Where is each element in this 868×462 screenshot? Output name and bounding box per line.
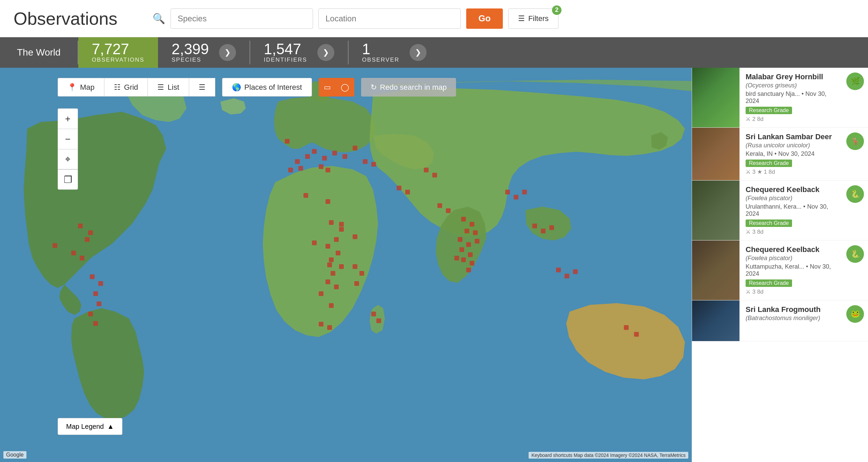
grid-icon: ☷ (114, 83, 121, 92)
poi-label: Places of Interest (244, 83, 302, 92)
fullscreen-button[interactable]: ❐ (58, 169, 78, 190)
list-tab-button[interactable]: ☰ List (147, 78, 189, 97)
observation-scientific: (Batrachostomus moniliger) (746, 315, 836, 322)
grid-tab-button[interactable]: ☷ Grid (104, 78, 148, 97)
observation-item[interactable]: Malabar Grey Hornbill (Ocyceros griseus)… (692, 68, 868, 128)
observation-info: Chequered Keelback (Fowlea piscator) Uru… (739, 181, 842, 240)
obs-dot (53, 243, 57, 248)
draw-rect-button[interactable]: ▭ (319, 78, 336, 97)
observation-item[interactable]: Chequered Keelback (Fowlea piscator) Uru… (692, 181, 868, 240)
identifiers-arrow[interactable]: ❯ (317, 44, 334, 61)
obs-dot (327, 325, 332, 330)
map-container[interactable]: 📍 Map ☷ Grid ☰ List ☰ 🌎 Places of Intere… (0, 68, 868, 462)
obs-dot (458, 237, 462, 242)
observation-thumbnail (692, 128, 739, 180)
layers-button[interactable]: ☰ (189, 78, 215, 97)
species-count: 2,399 (172, 42, 209, 57)
obs-dot (332, 151, 337, 155)
obs-dot (88, 230, 93, 235)
stats-species[interactable]: 2,399 SPECIES ❯ (158, 37, 250, 68)
zoom-in-button[interactable]: + (58, 108, 78, 129)
obs-dot (288, 168, 293, 172)
obs-dot (565, 274, 569, 278)
map-attribution: Google (3, 451, 26, 459)
list-label: List (167, 83, 179, 92)
observation-thumbnail (692, 240, 739, 300)
obs-dot (329, 220, 334, 225)
observer-arrow[interactable]: ❯ (410, 44, 427, 61)
obs-dot (334, 285, 339, 289)
map-legend-label: Map Legend (66, 423, 104, 430)
obs-dot (305, 154, 310, 159)
observation-scientific: (Ocyceros griseus) (746, 82, 836, 89)
obs-dot (573, 269, 578, 274)
observation-scientific: (Rusa unicolor unicolor) (746, 142, 836, 149)
obs-dot (354, 281, 359, 286)
filters-label: Filters (528, 14, 549, 23)
map-legend-container: Map Legend ▲ (58, 418, 122, 435)
observation-item[interactable]: Chequered Keelback (Fowlea piscator) Kut… (692, 240, 868, 300)
obs-dot (298, 166, 303, 171)
obs-dot (90, 274, 95, 279)
places-of-interest-button[interactable]: 🌎 Places of Interest (222, 78, 312, 97)
obs-dot (353, 234, 357, 239)
observation-meta: ⚔ 3 8d (746, 288, 836, 295)
redo-icon: ↻ (371, 83, 377, 92)
map-toolbar: 📍 Map ☷ Grid ☰ List ☰ 🌎 Places of Intere… (58, 78, 456, 97)
obs-dot (522, 190, 527, 194)
location-input[interactable] (318, 8, 461, 29)
map-icon: 📍 (67, 83, 77, 92)
obs-dot (329, 257, 334, 262)
sliders-icon: ☰ (518, 14, 525, 23)
locate-button[interactable]: ⌖ (58, 149, 78, 169)
avatar: 🐸 (846, 305, 864, 323)
species-label: SPECIES (172, 57, 209, 63)
observation-name: Sri Lanka Frogmouth (746, 305, 836, 314)
obs-dot (329, 303, 334, 308)
filters-button[interactable]: ☰ Filters 2 (508, 8, 558, 29)
observation-info: Malabar Grey Hornbill (Ocyceros griseus)… (739, 68, 842, 127)
obs-dot (88, 312, 93, 316)
research-grade-badge: Research Grade (746, 279, 792, 287)
filters-badge: 2 (552, 5, 561, 15)
observer-count: 1 (362, 42, 399, 57)
observation-item[interactable]: Sri Lankan Sambar Deer (Rusa unicolor un… (692, 128, 868, 181)
map-label: Map (80, 83, 95, 92)
observation-thumbnail (692, 300, 739, 341)
redo-search-button[interactable]: ↻ Redo search in map (361, 78, 456, 97)
circle-icon: ◯ (341, 83, 349, 92)
obs-dot (437, 203, 442, 208)
observation-item[interactable]: Sri Lanka Frogmouth (Batrachostomus moni… (692, 300, 868, 341)
obs-dot (424, 168, 429, 172)
obs-dot (295, 159, 300, 164)
map-attribution2: Keyboard shortcuts Map data ©2024 Imager… (529, 452, 688, 459)
observation-meta: ⚔ 2 8d (746, 115, 836, 123)
zoom-out-button[interactable]: − (58, 129, 78, 149)
stats-observer[interactable]: 1 OBSERVER ❯ (349, 37, 440, 68)
obs-dot (326, 168, 330, 172)
obs-dot (363, 159, 368, 164)
obs-dot (470, 261, 474, 266)
obs-dot (549, 225, 554, 230)
stats-identifiers[interactable]: 1,547 IDENTIFIERS ❯ (250, 37, 348, 68)
observations-panel: Malabar Grey Hornbill (Ocyceros griseus)… (692, 68, 868, 462)
draw-circle-button[interactable]: ◯ (336, 78, 354, 97)
map-legend-button[interactable]: Map Legend ▲ (58, 418, 122, 435)
obs-dot (634, 332, 639, 337)
stats-observations[interactable]: 7,727 OBSERVATIONS (78, 37, 158, 68)
avatar: 🐍 (846, 245, 864, 263)
observer-label: OBSERVER (362, 57, 399, 63)
obs-dot (71, 251, 76, 255)
species-arrow[interactable]: ❯ (219, 44, 236, 61)
obs-dot (339, 264, 344, 269)
obs-dot (312, 149, 317, 154)
go-button[interactable]: Go (466, 8, 503, 29)
map-tab-button[interactable]: 📍 Map (58, 78, 104, 97)
species-input[interactable] (171, 8, 313, 29)
observation-location: Kuttampuzha, Keral... • Nov 30, 2024 (746, 263, 836, 277)
obs-dot (624, 325, 629, 330)
obs-dot (319, 291, 323, 296)
search-section: 🔍 Go ☰ Filters 2 (153, 8, 854, 29)
observation-thumbnail (692, 181, 739, 240)
obs-dot (466, 268, 471, 272)
